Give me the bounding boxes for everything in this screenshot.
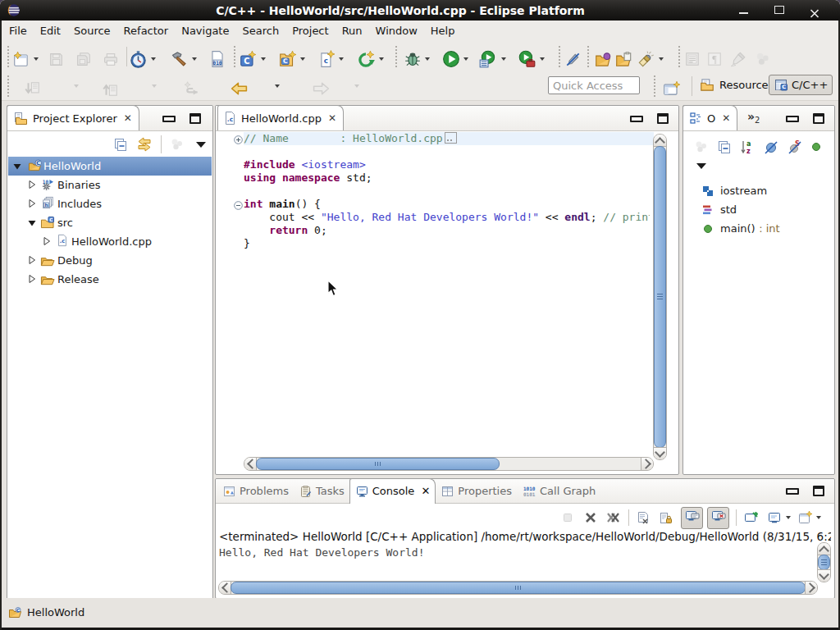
expander-expanded-icon[interactable] (12, 162, 22, 171)
close-editor-icon[interactable]: ✕ (328, 112, 336, 124)
profile-button[interactable] (126, 48, 158, 71)
editor-tab-helloworld-cpp[interactable]: .c HelloWorld.cpp ✕ (217, 105, 344, 130)
editor-vertical-scrollbar[interactable] (653, 134, 667, 460)
menu-source[interactable]: Source (67, 22, 117, 39)
minimize-outline-icon[interactable] (786, 116, 799, 122)
menu-navigate[interactable]: Navigate (175, 22, 235, 39)
console-horizontal-scrollbar[interactable] (218, 581, 818, 595)
view-menu-icon[interactable] (696, 163, 706, 169)
maximize-window-icon[interactable] (774, 6, 784, 15)
search-button[interactable] (634, 48, 666, 71)
open-console-chevron[interactable] (816, 516, 821, 519)
back-button[interactable] (226, 77, 252, 100)
show-stderr-toggle[interactable] (707, 507, 729, 529)
tree-row-debug[interactable]: Debug (8, 251, 212, 270)
maximize-editor-icon[interactable] (657, 113, 669, 124)
remove-launch-icon[interactable] (584, 511, 597, 524)
tree-row-helloworld[interactable]: C HelloWorld (8, 157, 212, 176)
minimize-view-icon[interactable] (162, 116, 176, 122)
close-window-icon[interactable] (810, 6, 819, 15)
sort-icon[interactable]: a z (740, 139, 755, 155)
run-button[interactable] (440, 48, 471, 71)
binary-build-button[interactable]: 010 (207, 48, 228, 71)
open-resource-button[interactable] (612, 48, 636, 71)
outline-item-std[interactable]: std (683, 200, 834, 219)
cpp-perspective-button[interactable]: C C/C++ (769, 75, 833, 95)
external-tools-button[interactable] (514, 48, 547, 71)
maximize-console-icon[interactable] (813, 486, 824, 496)
expander-collapsed-icon[interactable] (27, 255, 37, 265)
quick-access-input[interactable] (548, 76, 640, 94)
menu-refactor[interactable]: Refactor (117, 22, 176, 39)
folded-region-box[interactable] (445, 132, 457, 144)
expander-expanded-icon[interactable] (27, 218, 37, 228)
scroll-lock-icon[interactable] (659, 511, 673, 525)
tab-properties[interactable]: Properties (436, 479, 517, 503)
display-console-chevron[interactable] (786, 516, 791, 519)
outline-tab[interactable]: O ✕ (682, 105, 737, 130)
outline-item-main[interactable]: main() : int (683, 219, 834, 238)
tab-problems[interactable]: Problems (217, 479, 294, 503)
menu-search[interactable]: Search (235, 22, 285, 39)
menu-window[interactable]: Window (369, 22, 424, 39)
expander-collapsed-icon[interactable] (27, 199, 37, 208)
tab-tasks[interactable]: Tasks (294, 479, 349, 503)
display-console-icon[interactable] (767, 511, 783, 525)
hide-static-icon[interactable]: S (787, 139, 802, 155)
view-menu-icon[interactable] (196, 142, 206, 148)
menu-help[interactable]: Help (424, 22, 462, 39)
new-c-file-button[interactable]: c (316, 48, 346, 71)
close-outline-icon[interactable]: ✕ (722, 112, 730, 124)
resource-perspective-button[interactable]: Resource (694, 75, 774, 95)
project-explorer-tab[interactable]: Project Explorer ✕ (7, 105, 139, 130)
tab-console[interactable]: Console ✕ (349, 478, 436, 504)
remove-all-terminated-icon[interactable] (605, 511, 622, 524)
fold-expand-icon[interactable] (234, 135, 243, 144)
hide-fields-icon[interactable] (763, 139, 778, 155)
run-history-button[interactable] (476, 48, 509, 71)
collapse-all-icon[interactable] (717, 139, 732, 154)
console-vertical-scrollbar[interactable] (817, 542, 831, 582)
menu-edit[interactable]: Edit (34, 22, 67, 39)
close-console-icon[interactable]: ✕ (421, 485, 430, 497)
show-stdout-toggle[interactable] (681, 507, 703, 529)
mark-occurrences-button[interactable] (562, 48, 584, 71)
expander-collapsed-icon[interactable] (27, 274, 37, 284)
tree-row-helloworld-cpp[interactable]: .c HelloWorld.cpp (8, 232, 212, 251)
expander-collapsed-icon[interactable] (27, 180, 37, 189)
editor-horizontal-scrollbar[interactable] (244, 457, 654, 471)
open-console-icon[interactable] (797, 510, 813, 525)
minimize-console-icon[interactable] (786, 488, 799, 495)
tree-row-includes[interactable]: h Includes (8, 194, 212, 213)
hide-non-public-icon[interactable] (810, 141, 822, 153)
more-tabs-indicator[interactable]: »2 (747, 110, 760, 125)
expander-collapsed-icon[interactable] (42, 236, 52, 246)
debug-button[interactable] (401, 48, 432, 71)
new-wizard-button[interactable] (10, 48, 41, 71)
collapse-all-icon[interactable] (113, 137, 128, 152)
new-c-project-button[interactable]: C (236, 48, 268, 71)
open-perspective-button[interactable] (660, 77, 684, 100)
link-with-editor-icon[interactable] (135, 136, 153, 153)
minimize-window-icon[interactable] (739, 6, 749, 15)
tree-row-release[interactable]: Release (8, 270, 212, 289)
tab-call-graph[interactable]: 1010 0101 Call Graph (517, 479, 600, 503)
back-chevron[interactable] (275, 84, 280, 88)
maximize-outline-icon[interactable] (813, 113, 824, 124)
outline-item-iostream[interactable]: iostream (683, 181, 834, 200)
build-button[interactable] (167, 48, 199, 71)
minimize-editor-icon[interactable] (630, 116, 643, 122)
fold-collapse-icon[interactable] (234, 201, 243, 210)
code-area[interactable]: // Name : HelloWorld.cpp #include <iostr… (244, 132, 654, 460)
pin-console-icon[interactable] (743, 511, 759, 525)
maximize-view-icon[interactable] (189, 113, 201, 124)
close-view-icon[interactable]: ✕ (124, 112, 132, 124)
tree-row-binaries[interactable]: 10 Binaries (8, 176, 212, 194)
menu-file[interactable]: File (2, 22, 34, 39)
clear-console-icon[interactable] (636, 511, 651, 525)
tree-row-src[interactable]: C src (8, 213, 212, 232)
new-c-folder-button[interactable]: C (276, 48, 308, 71)
menu-run[interactable]: Run (336, 22, 369, 39)
menu-project[interactable]: Project (285, 22, 335, 39)
new-make-target-button[interactable] (354, 48, 386, 71)
